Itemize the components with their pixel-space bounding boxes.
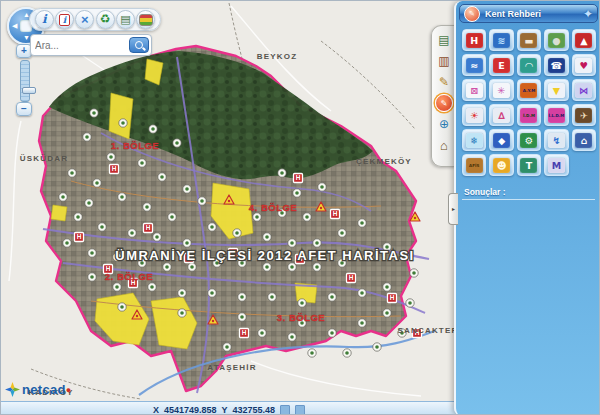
assembly-point-icon	[240, 295, 244, 299]
results-divider	[462, 199, 595, 200]
assembly-point-icon	[90, 251, 94, 255]
print-icon: ▤	[120, 14, 130, 25]
red-beacon-button[interactable]: ☀	[462, 104, 486, 126]
police-button[interactable]: ◆	[489, 129, 513, 151]
assembly-point-icon	[151, 127, 155, 131]
collection-point-button[interactable]: ▼	[544, 79, 568, 101]
coordinate-y-label: Y	[222, 405, 228, 415]
helicopter-area-button[interactable]: ✈	[572, 104, 596, 126]
bakery-button[interactable]: ◠	[517, 54, 541, 76]
evacuation-route-button[interactable]: ✳	[489, 79, 513, 101]
tent-area-button[interactable]: ∆	[489, 104, 513, 126]
svg-text:H: H	[390, 294, 395, 301]
clear-selection-button[interactable]: ×	[75, 10, 94, 29]
identify-button[interactable]: i	[55, 10, 74, 29]
statusbar-icon-1[interactable]	[280, 405, 290, 415]
globe-button[interactable]: ⊕	[435, 115, 453, 133]
water-facility-button[interactable]: ≋	[489, 29, 513, 51]
globe-icon: ⊕	[439, 117, 449, 131]
zoom-slider-thumb[interactable]	[22, 87, 36, 94]
assembly-point-icon	[115, 285, 119, 289]
assembly-point-icon	[120, 195, 124, 199]
fire-station-button[interactable]: ▲	[572, 29, 596, 51]
panel-title: Kent Rehberi	[485, 9, 583, 19]
park-button[interactable]: ●	[544, 29, 568, 51]
transport-button[interactable]: ▬	[517, 29, 541, 51]
municipal-services-button[interactable]: ⚙	[517, 129, 541, 151]
assembly-point-icon	[225, 345, 229, 349]
pan-down-icon[interactable]: ▼	[23, 34, 30, 41]
tent-area-icon: ∆	[493, 108, 510, 123]
blood-center-button[interactable]: ♥	[572, 54, 596, 76]
side-toolbar: ▤▥✎✎⊕⌂	[431, 25, 456, 167]
assembly-point-icon	[85, 135, 89, 139]
zoom-out-button[interactable]: −	[16, 102, 32, 116]
cold-storage-button[interactable]: ❄	[462, 129, 486, 151]
netcad-tools-button[interactable]: ✎	[435, 94, 453, 112]
print-button[interactable]: ▤	[435, 31, 453, 49]
legend-button[interactable]: ▥	[435, 52, 453, 70]
statusbar-icon-2[interactable]	[295, 405, 305, 415]
panel-header: ✎ Kent Rehberi ✦	[459, 4, 598, 23]
svg-text:H: H	[77, 233, 82, 240]
search-button[interactable]	[129, 37, 149, 53]
water-pump-icon: ≈	[466, 58, 483, 73]
legend-icon: ▥	[438, 54, 449, 68]
layers-icon	[139, 14, 153, 26]
layers-button[interactable]	[136, 10, 155, 29]
hospital-marker[interactable]: H	[110, 165, 119, 174]
print-button[interactable]: ▤	[116, 10, 135, 29]
electricity-button[interactable]: ↯	[544, 129, 568, 151]
zoom-slider-track[interactable]	[20, 60, 30, 102]
assembly-point-icon	[290, 265, 294, 269]
assembly-point-icon	[180, 311, 184, 315]
hospital-marker[interactable]: H	[388, 294, 397, 303]
metro-button[interactable]: M	[544, 154, 568, 176]
map-canvas[interactable]: HHHHHHHHHHHHHH 1. BÖLGE4. BÖLGE2. BÖLGE3…	[1, 1, 457, 401]
afis-button[interactable]: AFİS	[462, 154, 486, 176]
water-pump-button[interactable]: ≈	[462, 54, 486, 76]
recycle-button[interactable]: ♻	[96, 10, 115, 29]
assembly-point-icon	[305, 215, 309, 219]
info-button[interactable]: i	[35, 10, 54, 29]
kindergarten-button[interactable]: ☻	[489, 154, 513, 176]
emergency-aid-center-button[interactable]: A.Y.M	[517, 79, 541, 101]
hospital-marker[interactable]: H	[294, 174, 303, 183]
assembly-point-icon	[315, 241, 319, 245]
assembly-point-icon	[100, 225, 104, 229]
hospital-marker[interactable]: H	[240, 329, 249, 338]
telephone-button[interactable]: ☎	[544, 54, 568, 76]
district-label: BEYKOZ	[257, 52, 298, 61]
clothing-aid-button[interactable]: T	[517, 154, 541, 176]
hospital-marker[interactable]: H	[347, 274, 356, 283]
assembly-point-icon	[240, 315, 244, 319]
assembly-point-icon	[90, 275, 94, 279]
coordinate-y-value: 432755.48	[233, 405, 276, 415]
assembly-point-icon	[290, 241, 294, 245]
draw-tools-button[interactable]: ✎	[435, 73, 453, 91]
assembly-point-icon	[70, 171, 74, 175]
idm-center-button[interactable]: İ.D.M	[517, 104, 541, 126]
hospital-marker[interactable]: H	[75, 233, 84, 242]
coordinate-x-value: 4541749.858	[164, 405, 217, 415]
assembly-area-button[interactable]: ⊠	[462, 79, 486, 101]
panel-collapse-button[interactable]: ►	[448, 193, 458, 225]
assembly-point-icon	[65, 241, 69, 245]
search-input[interactable]	[31, 40, 129, 51]
pharmacy-button[interactable]: E	[489, 54, 513, 76]
hospital-button[interactable]: H	[462, 29, 486, 51]
ildm-center-button[interactable]: İ.L.D.M	[544, 104, 568, 126]
hospital-marker[interactable]: H	[144, 224, 153, 233]
factory-button[interactable]: ⌂	[572, 129, 596, 151]
metro-icon: M	[548, 158, 565, 173]
assembly-point-icon	[180, 291, 184, 295]
assembly-point-icon	[185, 241, 189, 245]
assembly-point-icon	[265, 265, 269, 269]
svg-text:H: H	[296, 174, 301, 181]
compass-icon[interactable]: ✦	[583, 7, 593, 21]
bridge-button[interactable]: ⋈	[572, 79, 596, 101]
info-icon: i	[42, 14, 47, 25]
home-button[interactable]: ⌂	[435, 136, 453, 154]
pan-left-icon[interactable]: ◀	[12, 22, 17, 29]
hospital-marker[interactable]: H	[331, 210, 340, 219]
